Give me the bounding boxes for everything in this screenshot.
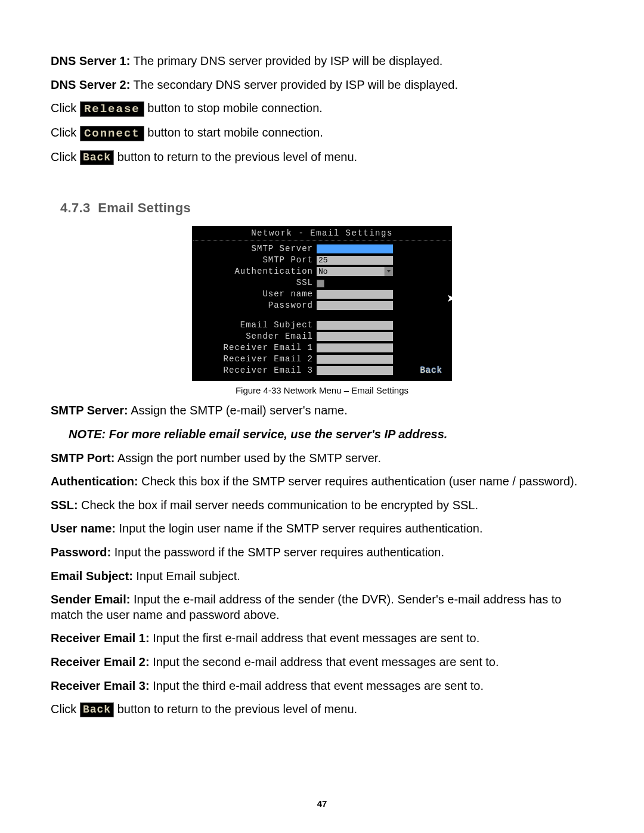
row-smtp-server: SMTP Server <box>193 243 451 255</box>
release-button[interactable]: Release <box>80 101 144 117</box>
back-button-2[interactable]: Back <box>80 702 114 717</box>
def-pass: Password: Input the password if the SMTP… <box>51 545 593 561</box>
back-line-2: Click Back button to return to the previ… <box>51 702 593 717</box>
def-sender: Sender Email: Input the e-mail address o… <box>51 592 593 623</box>
def-smtp-port-text: Assign the port number used by the SMTP … <box>114 451 381 465</box>
def-rx2-label: Receiver Email 2: <box>51 655 150 668</box>
row-sender-email: Sender Email <box>193 331 451 342</box>
row-email-subject: Email Subject <box>193 320 451 331</box>
def-rx1: Receiver Email 1: Input the first e-mail… <box>51 631 593 646</box>
label-user-name: User name <box>193 289 317 300</box>
def-auth-text: Check this box if the SMTP server requir… <box>138 475 578 488</box>
label-sender-email: Sender Email <box>193 332 317 342</box>
release-post: button to stop mobile connection. <box>147 101 323 114</box>
def-rx3: Receiver Email 3: Input the third e-mail… <box>51 679 593 694</box>
label-email-subject: Email Subject <box>193 320 317 331</box>
connect-post: button to start mobile connection. <box>147 126 323 139</box>
label-receiver-email-3: Receiver Email 3 <box>193 366 317 376</box>
def-ssl-label: SSL: <box>51 498 78 512</box>
field-email-subject[interactable] <box>317 321 393 330</box>
connect-pre: Click <box>51 126 80 139</box>
def-ssl: SSL: Check the box if mail server needs … <box>51 498 593 513</box>
figure-caption: Figure 4-33 Network Menu – Email Setting… <box>51 385 593 396</box>
cursor-icon: ➤ <box>447 292 456 305</box>
back-button[interactable]: Back <box>80 150 114 165</box>
row-authentication: Authentication No <box>193 266 451 277</box>
label-ssl: SSL <box>193 278 317 289</box>
def-rx2-text: Input the second e-mail address that eve… <box>150 655 499 668</box>
field-sender-email[interactable] <box>317 332 393 341</box>
back2-post: button to return to the previous level o… <box>117 702 357 716</box>
row-receiver-email-3: Receiver Email 3 <box>193 365 451 376</box>
screenshot-container: Network - Email Settings SMTP Server SMT… <box>51 226 593 381</box>
chevron-down-icon[interactable] <box>385 267 393 276</box>
row-receiver-email-1: Receiver Email 1 <box>193 342 451 354</box>
def-rx1-text: Input the first e-mail address that even… <box>150 631 480 645</box>
back2-pre: Click <box>51 702 80 716</box>
screenshot-title: Network - Email Settings <box>193 227 451 241</box>
field-receiver-email-3[interactable] <box>317 366 393 375</box>
section-heading: 4.7.3 Email Settings <box>60 200 593 216</box>
row-user-name: User name <box>193 289 451 300</box>
field-smtp-server[interactable] <box>317 244 393 253</box>
def-smtp-server-label: SMTP Server: <box>51 404 128 417</box>
def-smtp-server-text: Assign the SMTP (e-mail) server's name. <box>128 404 348 417</box>
field-user-name[interactable] <box>317 290 393 299</box>
def-rx3-text: Input the third e-mail address that even… <box>150 679 484 692</box>
def-user-text: Input the login user name if the SMTP se… <box>116 522 483 535</box>
row-password: Password <box>193 300 451 311</box>
field-authentication[interactable]: No <box>317 267 385 276</box>
heading-number: 4.7.3 <box>60 200 90 215</box>
back1-pre: Click <box>51 150 80 163</box>
dns1-text: The primary DNS server provided by ISP w… <box>130 54 442 67</box>
heading-title: Email Settings <box>98 200 191 215</box>
label-receiver-email-2: Receiver Email 2 <box>193 354 317 365</box>
def-ssl-text: Check the box if mail server needs commu… <box>78 498 478 512</box>
page-number: 47 <box>0 798 644 809</box>
row-ssl: SSL <box>193 277 451 289</box>
connect-button[interactable]: Connect <box>80 126 144 141</box>
def-rx2: Receiver Email 2: Input the second e-mai… <box>51 655 593 670</box>
label-smtp-server: SMTP Server <box>193 244 317 255</box>
def-subject-text: Input Email subject. <box>133 569 240 583</box>
def-pass-label: Password: <box>51 546 111 559</box>
def-subject-label: Email Subject: <box>51 569 133 583</box>
row-gap <box>193 311 451 320</box>
def-smtp-server: SMTP Server: Assign the SMTP (e-mail) se… <box>51 403 593 419</box>
back-line-1: Click Back button to return to the previ… <box>51 150 593 165</box>
dns2-text: The secondary DNS server provided by ISP… <box>130 78 458 91</box>
row-smtp-port: SMTP Port 25 <box>193 255 451 266</box>
label-smtp-port: SMTP Port <box>193 255 317 266</box>
def-rx3-label: Receiver Email 3: <box>51 679 150 692</box>
def-user-label: User name: <box>51 522 116 535</box>
note-line: NOTE: For more reliable email service, u… <box>69 427 593 442</box>
release-line: Click Release button to stop mobile conn… <box>51 101 593 117</box>
def-sender-label: Sender Email: <box>51 593 130 606</box>
def-rx1-label: Receiver Email 1: <box>51 631 150 645</box>
back1-post: button to return to the previous level o… <box>117 150 357 163</box>
label-authentication: Authentication <box>193 267 317 277</box>
dns-server-2-desc: DNS Server 2: The secondary DNS server p… <box>51 78 593 93</box>
screenshot-back-button[interactable]: Back <box>417 366 445 376</box>
def-auth: Authentication: Check this box if the SM… <box>51 474 593 490</box>
dns2-label: DNS Server 2: <box>51 78 130 91</box>
field-password[interactable] <box>317 301 393 310</box>
def-smtp-port-label: SMTP Port: <box>51 451 114 465</box>
dns1-label: DNS Server 1: <box>51 54 130 67</box>
def-user: User name: Input the login user name if … <box>51 521 593 537</box>
document-page: DNS Server 1: The primary DNS server pro… <box>0 0 644 833</box>
field-receiver-email-1[interactable] <box>317 343 393 352</box>
checkbox-ssl[interactable] <box>317 280 324 287</box>
label-receiver-email-1: Receiver Email 1 <box>193 343 317 354</box>
label-password: Password <box>193 301 317 311</box>
release-pre: Click <box>51 101 80 114</box>
def-auth-label: Authentication: <box>51 475 138 488</box>
field-smtp-port[interactable]: 25 <box>317 256 393 265</box>
connect-line: Click Connect button to start mobile con… <box>51 125 593 141</box>
field-receiver-email-2[interactable] <box>317 355 393 364</box>
def-subject: Email Subject: Input Email subject. <box>51 569 593 584</box>
def-pass-text: Input the password if the SMTP server re… <box>111 546 444 559</box>
row-receiver-email-2: Receiver Email 2 <box>193 354 451 365</box>
email-settings-screenshot: Network - Email Settings SMTP Server SMT… <box>192 226 452 381</box>
dns-server-1-desc: DNS Server 1: The primary DNS server pro… <box>51 54 593 69</box>
